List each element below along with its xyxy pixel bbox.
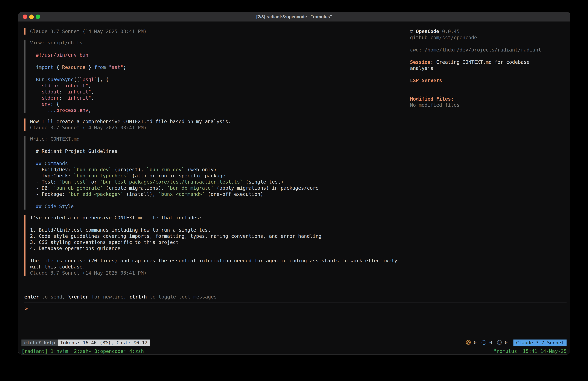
terminal-window: [2/3] radiant:3:opencode - "romulus" Cla… xyxy=(18,12,570,355)
text-line: ...process.env, xyxy=(30,107,403,113)
text-line: env: { xyxy=(30,101,403,107)
text-line: Now I'll create a comprehensive CONTEXT.… xyxy=(30,118,403,125)
close-button[interactable] xyxy=(23,15,27,19)
text-line xyxy=(410,41,564,47)
help-chip: ctrl+? help xyxy=(21,339,58,346)
text-line: Claude 3.7 Sonnet (14 May 2025 03:41 PM) xyxy=(30,125,403,131)
session-sidebar: © OpenCode 0.0.45github.com/sst/opencode… xyxy=(410,22,570,294)
input-prompt-line[interactable]: > xyxy=(25,305,567,312)
text-line xyxy=(30,154,403,160)
chat-area: Claude 3.7 Sonnet (14 May 2025 03:41 PM)… xyxy=(18,22,410,294)
text-line: The file is concise (20 lines) and captu… xyxy=(30,258,403,264)
tmux-status-bar: [radiant] 1:nvim 2:zsh- 3:opencode* 4:zs… xyxy=(21,348,567,354)
text-line: ## Commands xyxy=(30,160,403,167)
command-input[interactable]: > xyxy=(24,303,567,339)
text-line: - Test: `bun test` or `bun test packages… xyxy=(30,179,403,185)
model-badge[interactable]: Claude 3.7 Sonnet xyxy=(513,339,567,346)
tool-message-block: View: script/db.ts #!/usr/bin/env bun im… xyxy=(24,40,403,113)
hint-count: 0 xyxy=(502,340,508,345)
text-line: No modified files xyxy=(410,102,564,108)
text-line: View: script/db.ts xyxy=(30,40,403,46)
text-line: - Build/Dev: `bun run dev` (project), `b… xyxy=(30,167,403,173)
text-line xyxy=(410,90,564,96)
prompt-symbol: > xyxy=(25,306,28,312)
text-line: I've created a comprehensive CONTEXT.md … xyxy=(30,215,403,221)
tokens-cost-chip: Tokens: 16.4K (8%), Cost: $0.12 xyxy=(58,339,150,346)
text-line xyxy=(410,71,564,77)
warning-count: 0 xyxy=(471,340,477,345)
info-count: 0 xyxy=(486,340,492,345)
text-line xyxy=(410,84,564,90)
text-line: cwd: /home/thdxr/dev/projects/radiant/ra… xyxy=(410,47,564,53)
text-line: Session: Creating CONTEXT.md for codebas… xyxy=(410,59,564,65)
terminal-content: Claude 3.7 Sonnet (14 May 2025 03:41 PM)… xyxy=(18,22,570,294)
assistant-message-block: Claude 3.7 Sonnet (14 May 2025 03:41 PM) xyxy=(24,28,403,35)
text-line xyxy=(30,70,403,77)
text-line xyxy=(30,197,403,203)
text-line: 2. Code style guidelines covering import… xyxy=(30,233,403,239)
text-line: 1. Build/lint/test commands including ho… xyxy=(30,227,403,233)
text-line: Claude 3.7 Sonnet (14 May 2025 03:41 PM) xyxy=(30,28,403,35)
text-line xyxy=(30,142,403,148)
assistant-message-block: I've created a comprehensive CONTEXT.md … xyxy=(24,215,403,276)
text-line: - DB: `bun db generate` (create migratio… xyxy=(30,185,403,191)
text-line: Modified Files: xyxy=(410,96,564,102)
text-line: ## Code Style xyxy=(30,203,403,210)
text-line xyxy=(410,53,564,59)
tmux-session-windows[interactable]: [radiant] 1:nvim 2:zsh- 3:opencode* 4:zs… xyxy=(21,348,144,354)
text-line xyxy=(30,58,403,64)
window-title: [2/3] radiant:3:opencode - "romulus" xyxy=(256,14,332,19)
info-diagnostic: ⓘ 0 xyxy=(482,339,492,346)
tool-message-block: Write: CONTEXT.md # Radiant Project Guid… xyxy=(24,136,403,210)
text-line: Bun.spawnSync([`psql`], { xyxy=(30,77,403,83)
text-line: with this codebase. xyxy=(30,264,403,270)
hint-icon: ⓗ xyxy=(497,340,502,345)
text-line: import { Resource } from "sst"; xyxy=(30,64,403,70)
text-line: enter to send, \+enter for newline, ctrl… xyxy=(24,294,570,300)
info-icon: ⓘ xyxy=(482,340,486,345)
text-line: - TypeCheck: `bun run typecheck` (all) o… xyxy=(30,173,403,179)
minimize-button[interactable] xyxy=(29,15,34,19)
warning-icon: Ⓦ xyxy=(466,340,471,345)
text-line xyxy=(30,251,403,258)
text-line: 3. CSS styling conventions specific to t… xyxy=(30,239,403,246)
window-titlebar: [2/3] radiant:3:opencode - "romulus" xyxy=(18,12,570,22)
text-line: 4. Database operations guidance xyxy=(30,246,403,251)
text-line: stdin: "inherit", xyxy=(30,83,403,89)
zoom-button[interactable] xyxy=(36,15,40,19)
text-line: © OpenCode 0.0.45 xyxy=(410,28,564,35)
status-bar: ctrl+? help Tokens: 16.4K (8%), Cost: $0… xyxy=(21,339,567,346)
traffic-lights xyxy=(23,12,40,22)
text-line: - Package: `bun add <package>` (install)… xyxy=(30,191,403,197)
text-line xyxy=(30,221,403,227)
tmux-host-clock: "romulus" 15:41 14-May-25 xyxy=(494,348,567,354)
text-line: LSP Servers xyxy=(410,77,564,84)
keybinding-hints: enter to send, \+enter for newline, ctrl… xyxy=(18,294,570,300)
diagnostics-counters: Ⓦ 0ⓘ 0ⓗ 0 xyxy=(466,339,508,346)
warning-diagnostic: Ⓦ 0 xyxy=(466,339,477,346)
text-line: stderr: "inherit", xyxy=(30,95,403,101)
text-line: Claude 3.7 Sonnet (14 May 2025 03:41 PM) xyxy=(30,270,403,276)
assistant-message-block: Now I'll create a comprehensive CONTEXT.… xyxy=(24,118,403,131)
text-line xyxy=(30,46,403,52)
hint-diagnostic: ⓗ 0 xyxy=(497,339,508,346)
text-line: Write: CONTEXT.md xyxy=(30,136,403,142)
text-line: github.com/sst/opencode xyxy=(410,35,564,41)
text-line: analysis xyxy=(410,65,564,71)
text-line: # Radiant Project Guidelines xyxy=(30,148,403,154)
text-line: #!/usr/bin/env bun xyxy=(30,52,403,58)
text-line: stdout: "inherit", xyxy=(30,89,403,95)
